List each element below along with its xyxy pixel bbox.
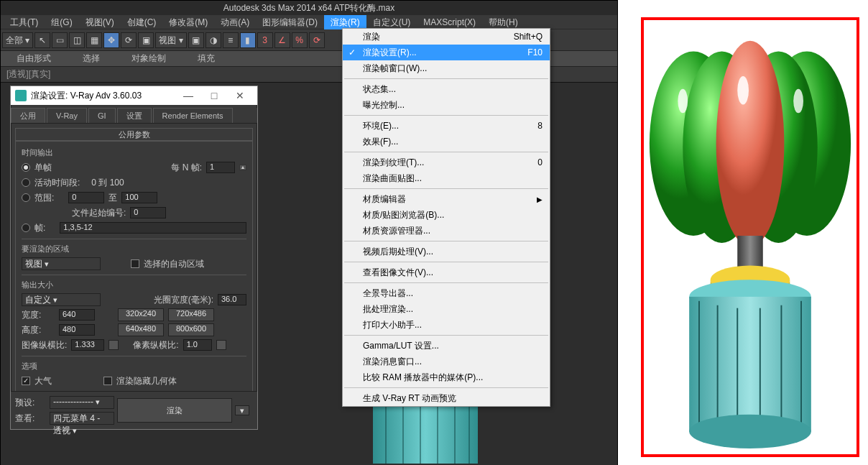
tab-v-ray[interactable]: V-Ray	[47, 108, 87, 123]
combo-view[interactable]: 四元菜单 4 - 透视 ▾	[50, 412, 114, 425]
combo-area[interactable]: 视图 ▾	[22, 257, 101, 270]
maximize-button[interactable]: □	[201, 88, 227, 103]
menu-item[interactable]: 材质资源管理器...	[343, 223, 550, 239]
close-button[interactable]: ✕	[227, 88, 253, 103]
chk-auto-region[interactable]	[131, 259, 139, 268]
toolbar-icon[interactable]: ▦	[86, 32, 102, 48]
menu-item[interactable]: 渲染帧窗口(W)...	[343, 60, 550, 76]
label-single-frame: 单帧	[34, 162, 52, 174]
menu-工具t[interactable]: 工具(T)	[4, 15, 45, 29]
input-height[interactable]: 480	[59, 324, 95, 336]
menu-item[interactable]: 渲染曲面贴图...	[343, 170, 550, 186]
render-button[interactable]: 渲染	[117, 398, 232, 423]
radio-range[interactable]	[22, 193, 30, 202]
menu-修改器m[interactable]: 修改器(M)	[162, 15, 214, 29]
preset-320x240[interactable]: 320x240	[118, 308, 164, 321]
menu-item[interactable]: 材质编辑器▶	[343, 191, 550, 207]
chk-atmosphere[interactable]	[22, 377, 30, 385]
menu-创建c[interactable]: 创建(C)	[121, 15, 163, 29]
menu-item-label: 环境(E)...	[363, 120, 399, 132]
toolbar-icon[interactable]: ↖	[34, 32, 50, 48]
preset-640x480[interactable]: 640x480	[118, 323, 164, 336]
ribbon-自由形式[interactable]: 自由形式	[1, 52, 67, 65]
menu-item[interactable]: ✓渲染设置(R)...F10	[343, 45, 550, 60]
dialog-tabs[interactable]: 公用V-RayGI设置Render Elements	[11, 108, 257, 124]
rotate-icon[interactable]: ⟳	[121, 32, 137, 48]
menu-maxscriptx[interactable]: MAXScript(X)	[417, 15, 482, 29]
menu-item[interactable]: 生成 V-Ray RT 动画预览	[343, 390, 550, 406]
ribbon-填充[interactable]: 填充	[182, 52, 231, 65]
coord-system[interactable]: 视图 ▾	[155, 32, 186, 48]
render-dropdown-button[interactable]: ▾	[235, 405, 249, 415]
menu-图形编辑器d[interactable]: 图形编辑器(D)	[256, 15, 324, 29]
ribbon-对象绘制[interactable]: 对象绘制	[116, 52, 182, 65]
menu-item[interactable]: 查看图像文件(V)...	[343, 264, 550, 280]
radio-single-frame[interactable]	[22, 163, 30, 172]
render-settings-dialog[interactable]: 渲染设置: V-Ray Adv 3.60.03 — □ ✕ 公用V-RayGI设…	[10, 86, 258, 430]
menu-item[interactable]: 效果(F)...	[343, 134, 550, 149]
menu-item[interactable]: 渲染消息窗口...	[343, 354, 550, 369]
menu-item[interactable]: 比较 RAM 播放器中的媒体(P)...	[343, 369, 550, 385]
input-width[interactable]: 640	[59, 309, 95, 321]
menu-item[interactable]: 渲染Shift+Q	[343, 29, 550, 45]
menu-item[interactable]: 曝光控制...	[343, 97, 550, 113]
toolbar-icon[interactable]: ◑	[206, 32, 221, 48]
tab-gi[interactable]: GI	[88, 108, 116, 123]
tab-公用[interactable]: 公用	[11, 108, 45, 123]
move-icon[interactable]: ✥	[103, 32, 119, 48]
scale-icon[interactable]: ▣	[138, 32, 154, 48]
menu-item[interactable]: 状态集...	[343, 81, 550, 97]
menu-渲染r[interactable]: 渲染(R)	[324, 15, 366, 29]
menu-item[interactable]: 材质/贴图浏览器(B)...	[343, 207, 550, 223]
toolbar-icon[interactable]: ▭	[52, 32, 68, 48]
toolbar-icon[interactable]: ▣	[188, 32, 204, 48]
render-menu-dropdown[interactable]: 渲染Shift+Q✓渲染设置(R)...F10渲染帧窗口(W)...状态集...…	[342, 28, 550, 407]
combo-preset[interactable]: -------------- ▾	[50, 396, 114, 409]
check-icon: ✓	[348, 47, 356, 57]
input-img-aspect[interactable]: 1.333	[71, 339, 104, 351]
menu-帮助h[interactable]: 帮助(H)	[482, 15, 525, 29]
menu-动画a[interactable]: 动画(A)	[214, 15, 256, 29]
dialog-titlebar[interactable]: 渲染设置: V-Ray Adv 3.60.03 — □ ✕	[11, 86, 257, 105]
menu-item[interactable]: 渲染到纹理(T)...0	[343, 155, 550, 170]
radio-frames[interactable]	[22, 224, 30, 232]
menu-item[interactable]: 批处理渲染...	[343, 301, 550, 317]
menu-视图v[interactable]: 视图(V)	[79, 15, 121, 29]
menu-item[interactable]: 环境(E)...8	[343, 118, 550, 134]
tab-render elements[interactable]: Render Elements	[153, 108, 233, 123]
lock-pix-aspect[interactable]	[216, 340, 226, 350]
tab-设置[interactable]: 设置	[117, 108, 152, 123]
snap-icon[interactable]: 3	[257, 32, 273, 48]
menu-组g[interactable]: 组(G)	[45, 15, 78, 29]
input-frames[interactable]: 1,3,5-12	[60, 222, 246, 234]
input-range-from[interactable]: 0	[68, 192, 104, 203]
chk-hidden[interactable]	[103, 377, 112, 385]
preset-720x486[interactable]: 720x486	[168, 308, 214, 321]
ribbon-选择[interactable]: 选择	[67, 52, 116, 65]
input-pix-aspect[interactable]: 1.0	[183, 339, 212, 351]
input-range-to[interactable]: 100	[121, 192, 157, 203]
toolbar-icon[interactable]: ◫	[69, 32, 85, 48]
radio-active[interactable]	[22, 178, 30, 187]
menu-自定义u[interactable]: 自定义(U)	[366, 15, 417, 29]
input-aperture[interactable]: 36.0	[218, 294, 246, 305]
menu-bar[interactable]: 工具(T)组(G)视图(V)创建(C)修改器(M)动画(A)图形编辑器(D)渲染…	[1, 15, 617, 29]
menu-item[interactable]: 视频后期处理(V)...	[343, 244, 550, 259]
lock-img-aspect[interactable]	[108, 340, 119, 350]
menu-item[interactable]: Gamma/LUT 设置...	[343, 338, 550, 354]
toolbar-icon[interactable]: ⟳	[309, 32, 325, 48]
selection-filter[interactable]: 全部 ▾	[2, 32, 33, 48]
shortcut-label: 0	[537, 157, 542, 167]
minimize-button[interactable]: —	[175, 88, 201, 103]
rollout-header[interactable]: 公用参数	[15, 128, 253, 141]
input-file-start[interactable]: 0	[130, 207, 166, 218]
combo-out-preset[interactable]: 自定义 ▾	[22, 293, 101, 306]
menu-item[interactable]: 打印大小助手...	[343, 317, 550, 333]
menu-item[interactable]: 全景导出器...	[343, 285, 550, 301]
toolbar-icon[interactable]: ▮	[240, 32, 256, 48]
input-every-n[interactable]: 1	[206, 162, 235, 173]
preset-800x600[interactable]: 800x600	[168, 323, 214, 336]
angle-snap-icon[interactable]: ∠	[274, 32, 290, 48]
toolbar-icon[interactable]: ≡	[223, 32, 239, 48]
percent-snap-icon[interactable]: %	[292, 32, 308, 48]
